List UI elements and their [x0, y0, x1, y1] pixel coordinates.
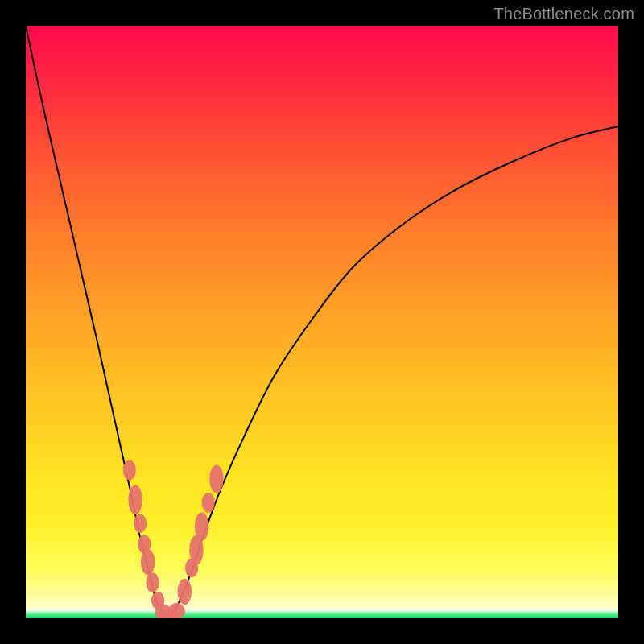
- curve-marker: [195, 512, 209, 540]
- bottleneck-curve-line: [26, 26, 618, 618]
- curve-marker: [202, 493, 215, 513]
- curve-marker: [209, 464, 224, 493]
- curve-marker: [146, 572, 159, 592]
- curve-marker: [128, 485, 142, 514]
- curve-marker: [123, 460, 136, 480]
- curve-markers: [123, 460, 224, 618]
- curve-marker: [134, 514, 147, 533]
- bottleneck-chart-svg: [26, 26, 618, 618]
- curve-marker: [177, 579, 192, 605]
- curve-marker: [168, 603, 185, 618]
- chart-frame: TheBottleneck.com: [0, 0, 644, 644]
- curve-marker: [141, 549, 155, 575]
- watermark-label: TheBottleneck.com: [493, 5, 634, 23]
- plot-area: [26, 26, 618, 618]
